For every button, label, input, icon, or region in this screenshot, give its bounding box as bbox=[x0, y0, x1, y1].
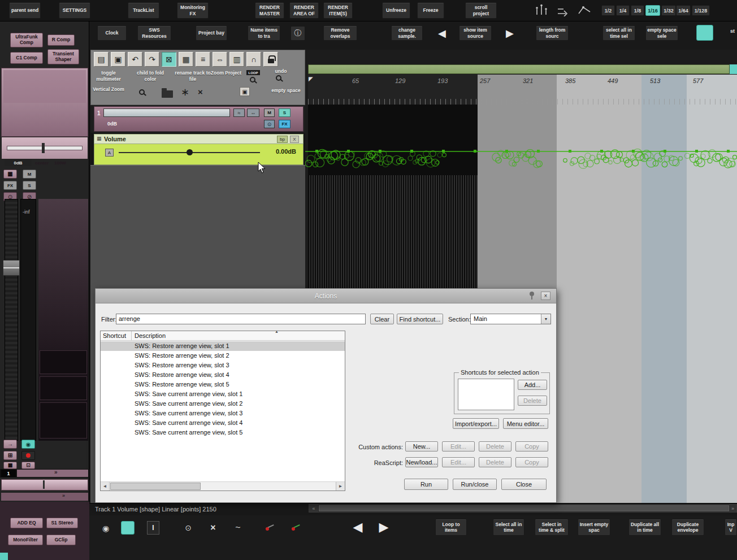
envelope-point-icon[interactable]: ⊙ bbox=[182, 521, 194, 535]
top-button-freeze[interactable]: Freeze bbox=[417, 2, 444, 19]
snap-icon[interactable]: ▥ bbox=[229, 52, 244, 67]
next-item-icon[interactable]: ▶ bbox=[501, 26, 519, 41]
toolbar2-teal-button[interactable] bbox=[696, 25, 713, 41]
filter-input[interactable]: arrenge bbox=[116, 314, 366, 324]
toolbar2-button-clock[interactable]: Clock bbox=[97, 25, 127, 41]
send-slot[interactable] bbox=[40, 350, 87, 374]
text-tool-icon[interactable]: I bbox=[147, 521, 159, 535]
pin-icon[interactable] bbox=[530, 292, 535, 301]
track-volume-readout[interactable]: 0dB bbox=[107, 121, 117, 127]
shortcut-listbox[interactable] bbox=[458, 379, 514, 410]
mixer-fx-button[interactable]: FX bbox=[3, 181, 17, 190]
fx-slot-add-eq[interactable]: ADD EQ bbox=[10, 518, 43, 528]
list-icon[interactable]: ≡ bbox=[196, 52, 210, 67]
reascript-new-load-button[interactable]: New/load... bbox=[405, 457, 438, 467]
lock-icon[interactable] bbox=[263, 52, 278, 67]
toolbar2-button-show-item-source[interactable]: show item source bbox=[459, 25, 492, 41]
action-row[interactable]: SWS: Save current arrenge view, slot 4 bbox=[101, 418, 345, 428]
action-row[interactable]: SWS: Restore arrenge view, slot 2 bbox=[101, 351, 345, 361]
previous-item-icon[interactable]: ◀ bbox=[433, 26, 451, 41]
mixer-solo-button[interactable]: S bbox=[23, 181, 36, 190]
pan-slider-handle[interactable] bbox=[42, 143, 45, 153]
toolbar2-button-remove-overlaps[interactable]: Remove overlaps bbox=[323, 25, 357, 41]
zoom-icon[interactable] bbox=[139, 89, 145, 95]
action-row[interactable]: SWS: Save current arrenge view, slot 1 bbox=[101, 389, 345, 399]
more-chevrons[interactable]: » bbox=[54, 469, 58, 475]
grid-dots-icon[interactable]: ⊞ bbox=[3, 451, 17, 460]
action-row[interactable]: SWS: Restore arrenge view, slot 4 bbox=[101, 370, 345, 380]
grid-division-1-16[interactable]: 1/16 bbox=[645, 5, 660, 16]
grid-division-1-128[interactable]: 1/128 bbox=[692, 5, 710, 16]
routing-matrix-icon[interactable]: ▦ bbox=[3, 170, 17, 179]
find-shortcut-button[interactable]: Find shortcut... bbox=[397, 314, 443, 324]
redo-icon[interactable]: ↷ bbox=[145, 52, 159, 67]
toolbar2-partial-button[interactable]: st bbox=[730, 28, 735, 34]
bottom-button-duplicate-all-in-time[interactable]: Duplicate all in time bbox=[628, 519, 661, 536]
volume-fader-track[interactable] bbox=[5, 199, 18, 441]
region-bar[interactable] bbox=[308, 64, 730, 74]
routing-icon[interactable] bbox=[534, 4, 549, 16]
bottom-button-insert-empty-spac[interactable]: Insert empty spac bbox=[578, 519, 610, 536]
grid-division-1-64[interactable]: 1/64 bbox=[676, 5, 691, 16]
custom-edit-button[interactable]: Edit... bbox=[442, 441, 475, 452]
horizontal-scrollbar[interactable]: « » bbox=[309, 504, 737, 513]
fx-slot-gclip[interactable]: GClip bbox=[46, 535, 76, 545]
top-button-tracklist[interactable]: TrackList bbox=[128, 2, 159, 19]
scrollbar-left-icon[interactable]: « bbox=[309, 505, 318, 512]
top-button-render-item-s[interactable]: RENDER ITEM(S) bbox=[323, 2, 353, 19]
scrollbar-thumb[interactable] bbox=[319, 505, 729, 511]
send-slot[interactable] bbox=[40, 376, 87, 400]
dialog-titlebar[interactable]: Actions × bbox=[96, 289, 556, 303]
delete-shortcut-button[interactable]: Delete bbox=[518, 396, 547, 406]
monitor-icon[interactable] bbox=[556, 4, 570, 16]
scrollbar-right-icon[interactable]: » bbox=[729, 505, 736, 512]
envelope-slider-knob[interactable] bbox=[187, 149, 193, 155]
bottom-button-loop-to-items[interactable]: Loop to items bbox=[435, 519, 467, 536]
save-icon[interactable]: ▣ bbox=[111, 52, 125, 67]
send-slot[interactable] bbox=[40, 402, 87, 439]
import-export-button[interactable]: Import/export... bbox=[453, 418, 499, 429]
audio-waveform[interactable] bbox=[305, 105, 737, 175]
edit-cursor-flag-icon[interactable]: ◤ bbox=[309, 76, 313, 82]
track-mute-button[interactable]: M bbox=[264, 108, 275, 117]
fx-slot-ultrafunk-comp[interactable]: UltraFunk Comp bbox=[10, 33, 43, 47]
list-hscrollbar[interactable]: ◄ ► bbox=[101, 481, 345, 490]
column-shortcut[interactable]: Shortcut bbox=[103, 332, 126, 339]
run-button[interactable]: Run bbox=[404, 479, 448, 490]
menu-editor-button[interactable]: Menu editor... bbox=[503, 418, 548, 429]
region-bar-teal-chip[interactable] bbox=[730, 64, 737, 74]
action-row[interactable]: SWS: Restore arrenge view, slot 5 bbox=[101, 380, 345, 389]
toolbar2-button-sws-resources[interactable]: SWS Resources bbox=[137, 25, 171, 41]
label-empty-space[interactable]: empty space bbox=[270, 88, 302, 94]
zoom-undo-icon[interactable] bbox=[276, 75, 281, 81]
fx-slot-c1-comp[interactable]: C1 Comp bbox=[10, 52, 43, 64]
envelope-icon[interactable]: ⊠ bbox=[162, 52, 176, 67]
bottom-button-select-all-in-time[interactable]: Select all in time bbox=[493, 519, 524, 536]
mixer-pan-readout[interactable]: center bbox=[35, 160, 49, 166]
close-x-icon[interactable]: × bbox=[198, 87, 203, 97]
action-row[interactable]: SWS: Save current arrenge view, slot 5 bbox=[101, 428, 345, 437]
label-toggle-multimeter[interactable]: toggle multimeter bbox=[90, 70, 127, 82]
razor-icon[interactable]: × bbox=[207, 521, 219, 535]
fx-slot-r-comp[interactable]: R Comp bbox=[47, 34, 75, 46]
horizontal-fader[interactable] bbox=[1, 479, 88, 490]
scroll-thumb[interactable] bbox=[110, 483, 201, 490]
mixer-mute-button[interactable]: M bbox=[23, 170, 36, 179]
column-description[interactable]: Description bbox=[135, 332, 166, 339]
grid-division-1-8[interactable]: 1/8 bbox=[631, 5, 644, 16]
scroll-left-icon[interactable]: ◄ bbox=[101, 482, 110, 490]
track-solo-button[interactable]: S bbox=[279, 108, 291, 117]
top-button-render-area-of[interactable]: RENDER AREA OF bbox=[289, 2, 319, 19]
label-child-to-fold-color[interactable]: child to fold color bbox=[132, 70, 168, 82]
info-icon-button[interactable]: ⓘ bbox=[291, 26, 305, 41]
fx-slot-monofilter[interactable]: MonoFilter bbox=[8, 535, 43, 545]
asterisk-icon[interactable]: ∗ bbox=[181, 86, 189, 98]
toolbar2-button-project-bay[interactable]: Project bay bbox=[196, 25, 227, 41]
mixer-volume-readout[interactable]: 0dB bbox=[5, 159, 32, 166]
loop-icon[interactable]: ∩ bbox=[246, 52, 261, 67]
bottom-partial-button[interactable]: Inp V bbox=[725, 519, 737, 536]
reascript-edit-button[interactable]: Edit... bbox=[442, 457, 475, 467]
new-file-icon[interactable]: ▤ bbox=[94, 52, 109, 67]
track-move-icon[interactable]: ⇔ bbox=[247, 108, 259, 117]
add-shortcut-button[interactable]: Add... bbox=[518, 380, 547, 390]
